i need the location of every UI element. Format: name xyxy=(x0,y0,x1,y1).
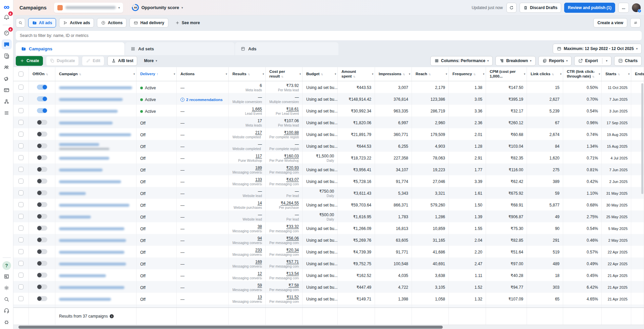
campaign-toggle-off[interactable] xyxy=(37,179,47,184)
horizontal-scrollbar-thumb[interactable] xyxy=(18,326,443,329)
sidebar-item-campaigns[interactable] xyxy=(2,39,12,49)
sidebar-item-billing[interactable] xyxy=(2,85,12,95)
profile-avatar[interactable]: f xyxy=(632,3,641,12)
campaign-name-cell[interactable] xyxy=(55,163,137,175)
campaign-name-cell[interactable] xyxy=(55,140,137,152)
column-menu-caret[interactable]: ▾ xyxy=(133,73,135,76)
campaign-name-cell[interactable] xyxy=(55,210,137,222)
campaign-toggle-on[interactable] xyxy=(37,108,47,113)
campaign-toggle-off[interactable] xyxy=(37,167,47,172)
campaign-toggle-off[interactable] xyxy=(37,226,47,231)
tab-ads[interactable]: Ads xyxy=(235,42,338,55)
row-checkbox[interactable] xyxy=(18,190,23,195)
column-header-links[interactable]: Link clicks↑↓▾ xyxy=(527,67,563,81)
column-header-results[interactable]: Results↑↓▾ xyxy=(229,67,266,81)
campaign-toggle-off[interactable] xyxy=(37,155,47,160)
column-header-ctr[interactable]: CTR (link click-through rate)↑↓▾ xyxy=(563,67,602,81)
row-checkbox[interactable] xyxy=(18,284,23,289)
column-menu-caret[interactable]: ▾ xyxy=(409,73,410,76)
create-button[interactable]: Create xyxy=(16,56,43,66)
column-header-frequency[interactable]: Frequency↑↓▾ xyxy=(449,67,486,81)
row-checkbox[interactable] xyxy=(18,237,23,242)
campaign-name-cell[interactable] xyxy=(55,175,137,187)
campaign-name-cell[interactable] xyxy=(55,199,137,210)
campaign-name-cell[interactable] xyxy=(55,81,137,93)
column-header-ends[interactable]: Ends xyxy=(631,67,644,81)
campaign-toggle-off[interactable] xyxy=(37,261,47,266)
opportunity-score[interactable]: Opportunity score ▾ xyxy=(132,4,183,11)
charts-button[interactable]: Charts xyxy=(614,56,642,66)
whats-new-icon[interactable] xyxy=(2,271,12,281)
duplicate-button[interactable]: Duplicate xyxy=(46,56,79,66)
column-header-delivery[interactable]: Delivery↑▾ xyxy=(137,67,177,81)
row-checkbox[interactable] xyxy=(18,108,23,113)
campaign-toggle-off[interactable] xyxy=(37,202,47,207)
campaign-toggle-off[interactable] xyxy=(37,190,47,195)
filter-search-button[interactable] xyxy=(16,18,25,28)
row-checkbox[interactable] xyxy=(18,132,23,137)
column-menu-caret[interactable]: ▾ xyxy=(372,73,373,76)
column-menu-caret[interactable]: ▾ xyxy=(335,73,336,76)
campaign-name-cell[interactable] xyxy=(55,246,137,257)
campaign-name-cell[interactable] xyxy=(55,187,137,199)
all-tools-menu-icon[interactable] xyxy=(2,108,12,118)
breakdown-button[interactable]: Breakdown ▾ xyxy=(495,56,535,66)
campaign-name-cell[interactable] xyxy=(55,152,137,163)
campaign-name-cell[interactable] xyxy=(55,105,137,116)
column-header-cpm[interactable]: CPM (cost per 1,000...▾ xyxy=(486,67,527,81)
support-headset-icon[interactable] xyxy=(2,306,12,316)
campaign-toggle-on[interactable] xyxy=(37,85,47,90)
campaign-name-cell[interactable] xyxy=(55,93,137,105)
campaign-toggle-off[interactable] xyxy=(37,296,47,301)
vertical-scrollbar[interactable] xyxy=(641,83,643,194)
notifications-icon[interactable]: 8 xyxy=(2,12,12,22)
filter-pill-active-ads[interactable]: Active ads xyxy=(59,18,94,28)
column-menu-caret[interactable]: ▾ xyxy=(174,73,175,76)
ab-test-button[interactable]: A/B test xyxy=(107,56,137,66)
sidebar-item-pages[interactable] xyxy=(2,51,12,61)
column-header-offon[interactable]: Off/On↑↓ xyxy=(29,67,55,81)
review-and-publish-button[interactable]: Review and publish (1) xyxy=(564,3,615,13)
filter-pill-had-delivery[interactable]: Had delivery xyxy=(129,18,168,28)
info-icon[interactable]: i xyxy=(110,314,114,318)
column-menu-caret[interactable]: ▾ xyxy=(628,73,630,76)
date-range-selector[interactable]: Maximum: 12 Sep 2022 - 12 Oct 2025 ▾ xyxy=(553,44,642,54)
meta-logo-icon[interactable]: ∞ xyxy=(4,3,9,11)
table-search-input[interactable]: Search to filter by: name, ID or metrics xyxy=(16,31,642,40)
column-header-budget[interactable]: Budget↑↓▾ xyxy=(303,67,338,81)
row-checkbox[interactable] xyxy=(18,96,23,101)
column-menu-caret[interactable]: ▾ xyxy=(560,73,561,76)
help-icon[interactable]: ? xyxy=(2,261,11,270)
report-bug-icon[interactable] xyxy=(2,317,12,327)
row-checkbox[interactable] xyxy=(18,167,23,172)
row-checkbox[interactable] xyxy=(18,273,23,278)
account-selector[interactable]: ▾ xyxy=(54,3,123,13)
filter-pill-actions[interactable]: Actions xyxy=(97,18,126,28)
row-checkbox[interactable] xyxy=(18,296,23,301)
select-all-checkbox[interactable] xyxy=(18,72,23,77)
business-suite-icon[interactable]: 4 xyxy=(2,28,12,38)
tab-campaigns[interactable]: Campaigns xyxy=(16,42,124,55)
row-checkbox[interactable] xyxy=(18,214,23,219)
column-menu-caret[interactable]: ▾ xyxy=(483,73,484,76)
column-header-impressions[interactable]: Impressions↑↓▾ xyxy=(375,67,412,81)
campaign-toggle-on[interactable] xyxy=(37,96,47,101)
column-menu-caret[interactable]: ▾ xyxy=(263,73,264,76)
reports-button[interactable]: Reports ▾ xyxy=(538,56,572,66)
column-menu-caret[interactable]: ▾ xyxy=(599,73,600,76)
filter-pill-all-ads[interactable]: All ads xyxy=(28,18,56,28)
column-header-spent[interactable]: Amount spent↑↓▾ xyxy=(338,67,375,81)
recommendations-link[interactable]: i2 recommendations xyxy=(180,98,225,102)
chevron-down-icon[interactable]: ▾ xyxy=(606,59,607,62)
column-header-actions[interactable]: Actions▾ xyxy=(177,67,229,81)
row-checkbox[interactable] xyxy=(18,120,23,125)
campaign-toggle-off[interactable] xyxy=(37,132,47,137)
settings-gear-icon[interactable] xyxy=(2,283,12,293)
export-button[interactable]: Export ▾ xyxy=(574,56,611,66)
campaign-name-cell[interactable] xyxy=(55,269,137,281)
column-header-cost[interactable]: Cost per result↑↓▾ xyxy=(266,67,303,81)
campaign-name-cell[interactable] xyxy=(55,281,137,293)
column-menu-caret[interactable]: ▾ xyxy=(226,73,227,76)
row-checkbox[interactable] xyxy=(18,143,23,148)
row-checkbox[interactable] xyxy=(18,261,23,266)
